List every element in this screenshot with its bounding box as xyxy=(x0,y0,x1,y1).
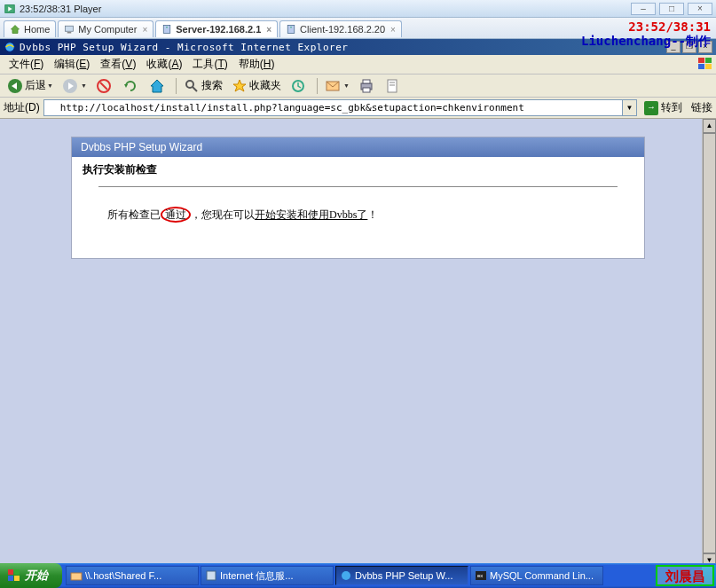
tab-server[interactable]: Server-192.168.2.1 × xyxy=(155,20,278,37)
menu-favorites[interactable]: 收藏(A) xyxy=(141,55,187,74)
links-button[interactable]: 链接 xyxy=(691,100,712,115)
go-label: 转到 xyxy=(661,100,682,115)
taskbar-item-label: Dvbbs PHP Setup W... xyxy=(355,570,452,581)
search-icon xyxy=(184,78,200,94)
svg-marker-24 xyxy=(233,80,246,91)
addressbar: 地址(D) ▼ 转到 链接 xyxy=(0,98,716,119)
wizard-header: Dvbbs PHP Setup Wizard xyxy=(72,137,644,157)
address-label: 地址(D) xyxy=(4,100,40,115)
wizard-body: 所有检查已通过，您现在可以开始安装和使用Dvbbs了！ xyxy=(72,191,644,258)
player-title: 23:52/38:31 Player xyxy=(20,4,631,14)
circled-pass: 通过 xyxy=(161,207,191,223)
overlay-time: 23:52/38:31 xyxy=(581,20,711,34)
menubar: 文件(F) 编辑(E) 查看(V) 收藏(A) 工具(T) 帮助(H) xyxy=(0,55,716,74)
svg-text:ex: ex xyxy=(477,573,483,578)
separator xyxy=(317,78,318,94)
search-button[interactable]: 搜索 xyxy=(180,76,226,96)
tab-home[interactable]: Home xyxy=(4,20,56,37)
tab-client[interactable]: Client-192.168.2.20 × xyxy=(279,20,402,37)
dropdown-icon: ▼ xyxy=(47,82,53,89)
start-button[interactable]: 开始 xyxy=(0,563,62,588)
menu-view[interactable]: 查看(V) xyxy=(95,55,141,74)
svg-rect-29 xyxy=(363,88,370,92)
body-text: ，您现在可以 xyxy=(191,208,255,221)
separator xyxy=(176,78,177,94)
tab-close-icon[interactable]: × xyxy=(142,25,147,35)
back-icon xyxy=(7,78,23,94)
taskbar-item-shared[interactable]: \\.host\Shared F... xyxy=(66,566,199,585)
toolbar: 后退 ▼ ▼ 搜索 收藏夹 xyxy=(0,74,716,98)
refresh-button[interactable] xyxy=(119,76,144,96)
close-button[interactable]: × xyxy=(688,3,712,15)
mail-button[interactable]: ▼ xyxy=(321,76,353,96)
install-link[interactable]: 开始安装和使用Dvbbs了 xyxy=(255,208,367,221)
taskbar: 开始 \\.host\Shared F... Internet 信息服... D… xyxy=(0,563,716,588)
ie-title: Dvbbs PHP Setup Wizard - Microsoft Inter… xyxy=(20,42,665,53)
tab-label: My Computer xyxy=(78,24,137,35)
forward-button[interactable]: ▼ xyxy=(59,76,90,96)
taskbar-item-dvbbs[interactable]: Dvbbs PHP Setup W... xyxy=(335,566,468,585)
windows-logo-icon xyxy=(696,56,714,72)
address-dropdown-button[interactable]: ▼ xyxy=(623,99,637,116)
star-icon xyxy=(232,78,248,94)
tab-label: Server-192.168.2.1 xyxy=(176,24,261,35)
vertical-scrollbar[interactable]: ▲ ▼ xyxy=(702,119,716,568)
stop-button[interactable] xyxy=(92,76,117,96)
menu-tools[interactable]: 工具(T) xyxy=(187,55,232,74)
menu-file[interactable]: 文件(F) xyxy=(4,55,49,74)
maximize-button[interactable]: □ xyxy=(659,3,684,15)
favorites-button[interactable]: 收藏夹 xyxy=(228,76,285,96)
body-text: ！ xyxy=(367,208,378,221)
menu-help[interactable]: 帮助(H) xyxy=(233,55,280,74)
back-button[interactable]: 后退 ▼ xyxy=(4,76,57,96)
edit-icon xyxy=(385,78,401,94)
svg-rect-3 xyxy=(66,26,74,31)
edit-button[interactable] xyxy=(382,76,406,96)
svg-point-22 xyxy=(186,81,193,88)
player-icon xyxy=(4,3,16,15)
svg-line-23 xyxy=(193,87,197,91)
forward-icon xyxy=(62,78,78,94)
tab-close-icon[interactable]: × xyxy=(266,25,271,35)
svg-rect-11 xyxy=(705,58,712,63)
svg-rect-40 xyxy=(8,576,13,581)
svg-rect-12 xyxy=(698,64,704,69)
home-button[interactable] xyxy=(146,76,170,96)
divider xyxy=(98,186,618,187)
history-button[interactable] xyxy=(287,76,311,96)
taskbar-item-iis[interactable]: Internet 信息服... xyxy=(201,566,334,585)
watermark-name: 刘晨昌 xyxy=(656,565,714,586)
go-button[interactable]: 转到 xyxy=(641,98,686,117)
svg-point-6 xyxy=(166,27,168,28)
menu-edit[interactable]: 编辑(E) xyxy=(49,55,95,74)
tab-mycomputer[interactable]: My Computer × xyxy=(58,20,153,37)
taskbar-item-label: \\.host\Shared F... xyxy=(85,570,161,581)
address-input[interactable] xyxy=(43,99,623,116)
windows-flag-icon xyxy=(7,568,21,583)
print-icon xyxy=(358,78,374,94)
overlay-watermark: 23:52/38:31 Liuchenchang--制作 xyxy=(581,20,711,50)
taskbar-item-mysql[interactable]: ex MySQL Command Lin... xyxy=(470,566,603,585)
taskbar-items: \\.host\Shared F... Internet 信息服... Dvbb… xyxy=(62,564,702,587)
svg-rect-38 xyxy=(8,569,13,575)
print-button[interactable] xyxy=(355,76,380,96)
ie-window: Dvbbs PHP Setup Wizard - Microsoft Inter… xyxy=(0,39,716,585)
svg-rect-4 xyxy=(67,32,72,34)
taskbar-item-label: MySQL Command Lin... xyxy=(490,570,594,581)
minimize-button[interactable]: – xyxy=(631,3,656,15)
computer-icon xyxy=(64,24,75,35)
svg-marker-21 xyxy=(151,80,163,92)
svg-rect-43 xyxy=(207,571,216,580)
go-icon xyxy=(644,101,658,115)
svg-rect-39 xyxy=(14,569,20,575)
svg-rect-5 xyxy=(163,26,170,34)
svg-point-44 xyxy=(342,571,350,580)
scroll-thumb[interactable] xyxy=(703,133,716,553)
mail-icon xyxy=(325,78,341,94)
tab-close-icon[interactable]: × xyxy=(390,25,396,35)
scroll-up-button[interactable]: ▲ xyxy=(703,119,716,133)
svg-rect-10 xyxy=(698,58,704,63)
player-titlebar: 23:52/38:31 Player – □ × xyxy=(0,0,716,18)
tab-label: Home xyxy=(24,24,50,35)
client-icon xyxy=(286,24,296,35)
